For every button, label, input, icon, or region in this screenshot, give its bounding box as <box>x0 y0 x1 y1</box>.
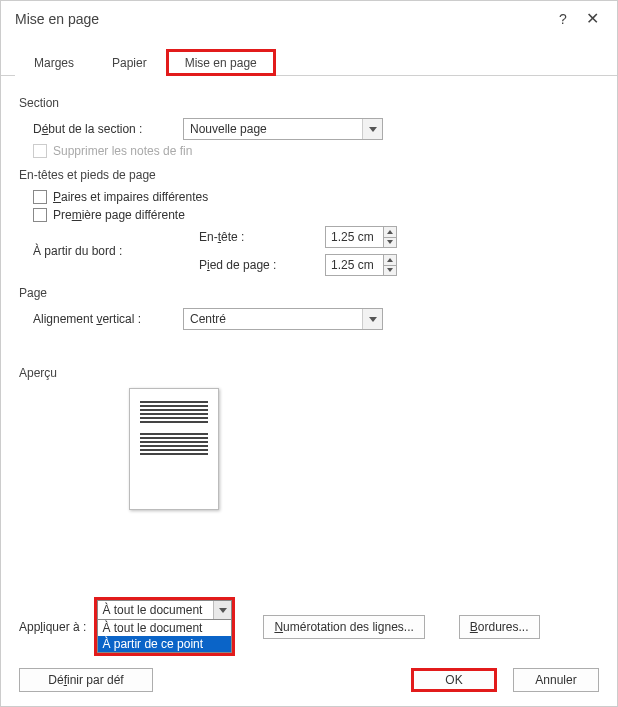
spin-up-icon[interactable] <box>384 227 396 237</box>
footer-distance-label: Pied de page : <box>199 258 319 272</box>
apply-to-select[interactable]: À tout le document <box>97 600 232 620</box>
footer-distance-input[interactable]: 1.25 cm <box>325 254 397 276</box>
vertical-align-select[interactable]: Centré <box>183 308 383 330</box>
tab-mise-en-page[interactable]: Mise en page <box>166 49 276 76</box>
section-start-label: Début de la section : <box>33 122 183 136</box>
apply-to-combo-highlight: À tout le document À tout le document À … <box>94 597 235 656</box>
chevron-down-icon[interactable] <box>213 601 231 619</box>
apply-to-label: Appliquer à : <box>19 620 86 634</box>
apply-option-whole-document[interactable]: À tout le document <box>98 620 231 636</box>
borders-button[interactable]: Bordures... <box>459 615 540 639</box>
spin-down-icon[interactable] <box>384 265 396 276</box>
suppress-endnotes-checkbox: Supprimer les notes de fin <box>33 144 192 158</box>
spin-down-icon[interactable] <box>384 237 396 248</box>
odd-even-checkbox[interactable]: Paires et impaires différentes <box>33 190 208 204</box>
first-page-checkbox[interactable]: Première page différente <box>33 208 185 222</box>
set-default-button[interactable]: Définir par déf <box>19 668 153 692</box>
header-distance-input[interactable]: 1.25 cm <box>325 226 397 248</box>
dialog-title: Mise en page <box>15 11 549 27</box>
ok-button[interactable]: OK <box>411 668 497 692</box>
preview-label: Aperçu <box>19 366 599 380</box>
close-button[interactable]: ✕ <box>577 9 607 28</box>
tab-strip: Marges Papier Mise en page <box>1 48 617 76</box>
section-group-label: Section <box>19 96 599 110</box>
titlebar: Mise en page ? ✕ <box>1 1 617 34</box>
help-button[interactable]: ? <box>549 11 577 27</box>
tab-marges[interactable]: Marges <box>15 49 93 76</box>
checkbox-icon[interactable] <box>33 190 47 204</box>
tab-papier[interactable]: Papier <box>93 49 166 76</box>
page-group-label: Page <box>19 286 599 300</box>
cancel-button[interactable]: Annuler <box>513 668 599 692</box>
apply-to-dropdown: À tout le document À partir de ce point <box>97 620 232 653</box>
spin-up-icon[interactable] <box>384 255 396 265</box>
section-start-select[interactable]: Nouvelle page <box>183 118 383 140</box>
headers-group-label: En-têtes et pieds de page <box>19 168 599 182</box>
apply-option-this-point-forward[interactable]: À partir de ce point <box>98 636 231 652</box>
checkbox-icon[interactable] <box>33 208 47 222</box>
chevron-down-icon[interactable] <box>362 309 382 329</box>
from-edge-label: À partir du bord : <box>33 244 193 258</box>
header-distance-label: En-tête : <box>199 230 319 244</box>
chevron-down-icon[interactable] <box>362 119 382 139</box>
vertical-align-label: Alignement vertical : <box>33 312 183 326</box>
page-preview <box>129 388 219 510</box>
checkbox-icon <box>33 144 47 158</box>
line-numbers-button[interactable]: Numérotation des lignes... <box>263 615 424 639</box>
